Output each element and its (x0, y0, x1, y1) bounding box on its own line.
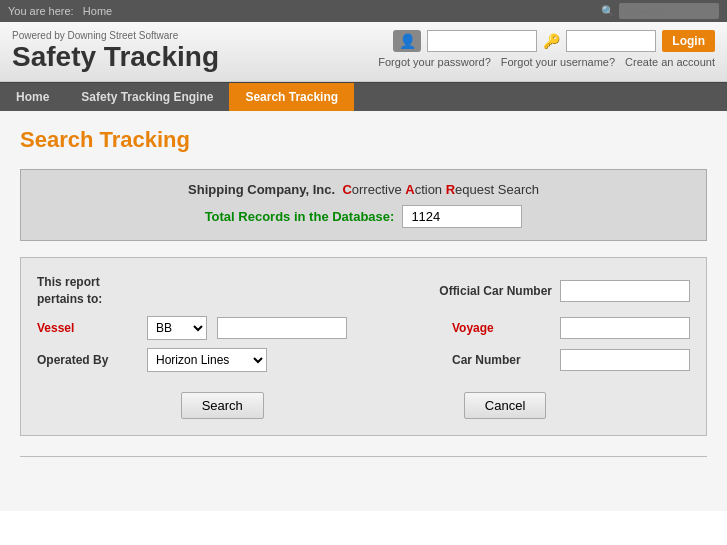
breadcrumb-home-link[interactable]: Home (83, 5, 112, 17)
create-account-link[interactable]: Create an account (625, 56, 715, 68)
login-row: 👤 🔑 Login (393, 30, 715, 52)
button-row: Search Cancel (37, 392, 690, 419)
nav-item-safety-tracking-engine[interactable]: Safety Tracking Engine (65, 83, 229, 111)
voyage-section: Voyage (452, 317, 690, 339)
operated-by-select[interactable]: Horizon Lines Option 2 (147, 348, 267, 372)
nav-item-home[interactable]: Home (0, 83, 65, 111)
total-records-label: Total Records in the Database: (205, 209, 395, 224)
login-button[interactable]: Login (662, 30, 715, 52)
search-icon: 🔍 (601, 5, 615, 18)
car-number-label: Car Number (452, 353, 552, 367)
header-left: Powered by Downing Street Software Safet… (12, 30, 219, 73)
nav-item-search-tracking[interactable]: Search Tracking (229, 83, 354, 111)
forgot-username-link[interactable]: Forgot your username? (501, 56, 615, 68)
vessel-label: Vessel (37, 321, 137, 335)
official-car-label: Official Car Number (439, 284, 552, 298)
avatar-icon: 👤 (393, 30, 421, 52)
search-form: This report pertains to: Official Car Nu… (20, 257, 707, 436)
password-input[interactable] (566, 30, 656, 52)
voyage-label: Voyage (452, 321, 552, 335)
total-records-row: Total Records in the Database: (33, 205, 694, 228)
breadcrumb-bar: You are here: Home 🔍 (0, 0, 727, 22)
header-right: 👤 🔑 Login Forgot your password? Forgot y… (378, 30, 715, 68)
car-number-input[interactable] (560, 349, 690, 371)
voyage-input[interactable] (560, 317, 690, 339)
account-links: Forgot your password? Forgot your userna… (378, 56, 715, 68)
powered-by-text: Powered by Downing Street Software (12, 30, 219, 41)
key-icon: 🔑 (543, 33, 560, 49)
page-title: Search Tracking (20, 127, 707, 153)
info-box-title: Shipping Company, Inc. Corrective Action… (33, 182, 694, 197)
official-car-input[interactable] (560, 280, 690, 302)
report-official-row: This report pertains to: Official Car Nu… (37, 274, 690, 308)
vessel-voyage-row: Vessel BB CC DD Voyage (37, 316, 690, 340)
breadcrumb-prefix: You are here: (8, 5, 74, 17)
operated-by-label: Operated By (37, 353, 137, 367)
vessel-select[interactable]: BB CC DD (147, 316, 207, 340)
bottom-divider (20, 456, 707, 457)
cancel-button[interactable]: Cancel (464, 392, 546, 419)
total-records-input[interactable] (402, 205, 522, 228)
info-box: Shipping Company, Inc. Corrective Action… (20, 169, 707, 241)
username-input[interactable] (427, 30, 537, 52)
search-button[interactable]: Search (181, 392, 264, 419)
header: Powered by Downing Street Software Safet… (0, 22, 727, 82)
vessel-text-input[interactable] (217, 317, 347, 339)
site-title: Safety Tracking (12, 41, 219, 73)
breadcrumb: You are here: Home (8, 5, 112, 17)
company-name: Shipping Company, Inc. (188, 182, 335, 197)
official-car-section: Official Car Number (439, 280, 690, 302)
breadcrumb-search-input[interactable] (619, 3, 719, 19)
car-number-section: Car Number (452, 349, 690, 371)
main-content: Search Tracking Shipping Company, Inc. C… (0, 111, 727, 511)
breadcrumb-search-area: 🔍 (601, 3, 719, 19)
forgot-password-link[interactable]: Forgot your password? (378, 56, 491, 68)
operated-car-row: Operated By Horizon Lines Option 2 Car N… (37, 348, 690, 372)
car-title-text: Corrective Action Request Search (339, 182, 539, 197)
report-pertains-label: This report pertains to: (37, 274, 147, 308)
nav-bar: Home Safety Tracking Engine Search Track… (0, 82, 727, 111)
